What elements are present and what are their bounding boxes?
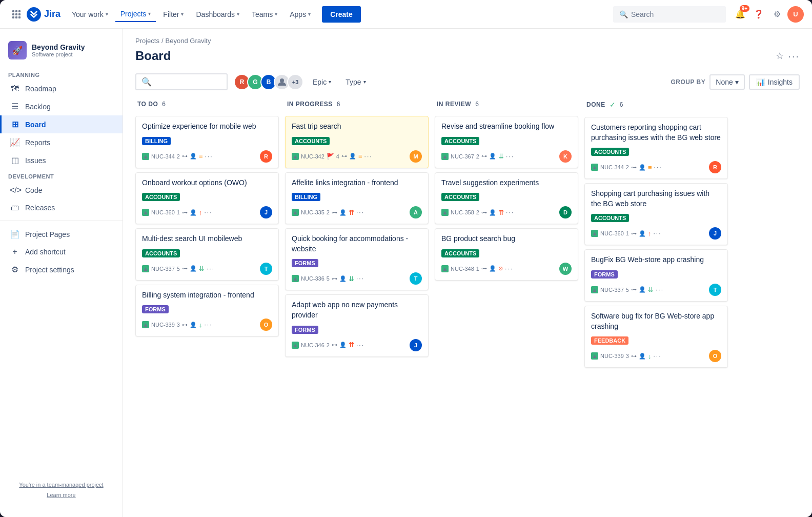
assignee-avatar: T <box>709 284 721 296</box>
forms-tag: FORMS <box>142 305 169 313</box>
card-more-icon[interactable]: ··· <box>207 265 215 272</box>
jira-logo[interactable]: Jira <box>27 7 60 22</box>
card-more-icon[interactable]: ··· <box>506 153 514 160</box>
board-search[interactable]: 🔍 <box>135 73 228 90</box>
svg-rect-1 <box>15 10 17 12</box>
project-header[interactable]: 🚀 Beyond Gravity Software project <box>0 37 123 68</box>
create-button[interactable]: Create <box>322 6 361 23</box>
card-more-icon[interactable]: ··· <box>204 321 212 328</box>
assignee-avatar: K <box>559 150 572 163</box>
card-nuc348[interactable]: BG product search bug ACCOUNTS ▲ NUC-348… <box>435 228 578 281</box>
card-done-4[interactable]: Software bug fix for BG Web-store app cr… <box>584 306 728 368</box>
card-more-icon[interactable]: ··· <box>653 352 661 360</box>
card-nuc336[interactable]: Quick booking for accommodations - websi… <box>285 228 429 290</box>
breadcrumb-project-link[interactable]: Beyond Gravity <box>166 37 211 45</box>
nav-apps[interactable]: Apps ▾ <box>285 7 316 22</box>
card-more-icon[interactable]: ··· <box>506 209 514 216</box>
page-title: Board <box>135 49 171 63</box>
card-more-icon[interactable]: ··· <box>204 209 212 216</box>
card-nuc344-todo[interactable]: Optimize experience for mobile web BILLI… <box>135 116 279 168</box>
card-meta: ▲ NUC-346 2 ⊶ 👤 ⇈ ··· J <box>292 339 422 351</box>
avatar-filter-more[interactable]: +3 <box>287 74 303 90</box>
issue-id: NUC-337 <box>600 287 624 293</box>
issue-id: NUC-344 <box>151 153 175 160</box>
star-button[interactable]: ☆ <box>776 50 784 62</box>
reports-icon: 📈 <box>10 137 20 147</box>
issues-label: Issues <box>25 156 46 165</box>
filter-chevron: ▾ <box>181 11 184 17</box>
team-managed-link[interactable]: You're in a team-managed project <box>8 480 114 490</box>
nav-your-work[interactable]: Your work ▾ <box>67 7 113 22</box>
sidebar-item-project-pages[interactable]: 📄 Project Pages <box>0 225 123 243</box>
card-more-icon[interactable]: ··· <box>364 153 373 160</box>
card-more-icon[interactable]: ··· <box>356 209 364 216</box>
svg-rect-2 <box>18 10 21 12</box>
card-nuc335[interactable]: Affelite links integration - frontend BI… <box>285 172 429 225</box>
sidebar-item-board[interactable]: ⊞ Board <box>0 115 123 133</box>
epic-filter-button[interactable]: Epic ▾ <box>308 75 336 89</box>
notifications-button[interactable]: 🔔 9+ <box>732 6 748 23</box>
sidebar-item-add-shortcut[interactable]: + Add shortcut <box>0 243 123 261</box>
project-name: Beyond Gravity <box>32 43 85 51</box>
sidebar-item-reports[interactable]: 📈 Reports <box>0 133 123 151</box>
card-done-1[interactable]: Customers reporting shopping cart purcha… <box>584 117 728 179</box>
sidebar-item-issues[interactable]: ◫ Issues <box>0 151 123 169</box>
sidebar-item-roadmap[interactable]: 🗺 Roadmap <box>0 80 123 97</box>
learn-more-link[interactable]: Learn more <box>8 490 114 501</box>
column-todo-header: TO DO 6 <box>135 96 279 112</box>
nav-projects[interactable]: Projects ▾ <box>115 7 156 22</box>
priority-icon: ↓ <box>199 321 202 329</box>
card-nuc360-todo[interactable]: Onboard workout options (OWO) ACCOUNTS ▲… <box>135 172 279 225</box>
card-done-2[interactable]: Shopping cart purchasing issues with the… <box>584 183 728 245</box>
issue-id: NUC-337 <box>151 266 175 272</box>
assignee-avatar: T <box>410 272 422 285</box>
help-button[interactable]: ❓ <box>750 6 767 23</box>
nav-filter[interactable]: Filter ▾ <box>158 7 189 22</box>
card-nuc346[interactable]: Adapt web app no new payments provider F… <box>285 294 429 356</box>
insights-button[interactable]: 📊 Insights <box>749 74 800 90</box>
story-icon: ▲ <box>292 342 299 349</box>
card-title: Revise and streamline booking flow <box>441 122 572 132</box>
blocked-icon: ⊘ <box>498 265 503 272</box>
card-more-icon[interactable]: ··· <box>653 230 661 237</box>
card-more-icon[interactable]: ··· <box>356 275 364 282</box>
done-check-icon: ✓ <box>610 101 616 109</box>
card-more-icon[interactable]: ··· <box>505 265 513 272</box>
card-more-icon[interactable]: ··· <box>205 153 213 160</box>
sidebar-item-releases[interactable]: 🗃 Releases <box>0 199 123 216</box>
teams-chevron: ▾ <box>275 11 277 17</box>
nav-dashboards[interactable]: Dashboards ▾ <box>191 7 245 22</box>
search-box[interactable]: 🔍 Search <box>613 6 726 23</box>
grid-icon[interactable] <box>8 6 25 23</box>
sidebar-item-backlog[interactable]: ☰ Backlog <box>0 97 123 115</box>
card-more-icon[interactable]: ··· <box>654 164 662 171</box>
assignee-avatar: D <box>559 206 572 218</box>
card-more-icon[interactable]: ··· <box>656 286 664 293</box>
sidebar-item-project-settings[interactable]: ⚙ Project settings <box>0 261 123 279</box>
sidebar-item-code[interactable]: </> Code <box>0 182 123 199</box>
card-nuc358[interactable]: Travel suggestion experiments ACCOUNTS ▲… <box>435 172 578 225</box>
assignee-avatar: M <box>410 150 422 163</box>
user-avatar[interactable]: U <box>787 6 804 23</box>
search-placeholder: Search <box>631 10 654 18</box>
group-by-dropdown[interactable]: None ▾ <box>709 74 744 90</box>
card-title: Quick booking for accommodations - websi… <box>292 234 422 254</box>
card-title: Customers reporting shopping cart purcha… <box>591 123 721 143</box>
board-icon: ⊞ <box>10 120 20 129</box>
card-nuc339-todo[interactable]: Billing system integration - frontend FO… <box>135 285 279 337</box>
card-more-icon[interactable]: ··· <box>356 342 364 349</box>
code-label: Code <box>25 186 42 194</box>
more-options-button[interactable]: ··· <box>788 50 800 62</box>
card-nuc337-todo[interactable]: Multi-dest search UI mobileweb ACCOUNTS … <box>135 228 279 281</box>
breadcrumb-projects-link[interactable]: Projects <box>135 37 159 45</box>
card-nuc342[interactable]: Fast trip search ACCOUNTS ▲ NUC-342 🚩 4 … <box>285 116 429 168</box>
sidebar: 🚀 Beyond Gravity Software project PLANNI… <box>0 29 123 517</box>
settings-button[interactable]: ⚙ <box>769 6 785 23</box>
board-search-input[interactable] <box>155 78 221 86</box>
card-done-3[interactable]: BugFix BG Web-store app crashing FORMS ▲… <box>584 249 728 302</box>
nav-teams[interactable]: Teams ▾ <box>247 7 282 22</box>
type-filter-button[interactable]: Type ▾ <box>340 75 371 89</box>
billing-tag: BILLING <box>292 193 320 201</box>
card-nuc367[interactable]: Revise and streamline booking flow ACCOU… <box>435 116 578 168</box>
project-icon: 🚀 <box>8 41 27 59</box>
